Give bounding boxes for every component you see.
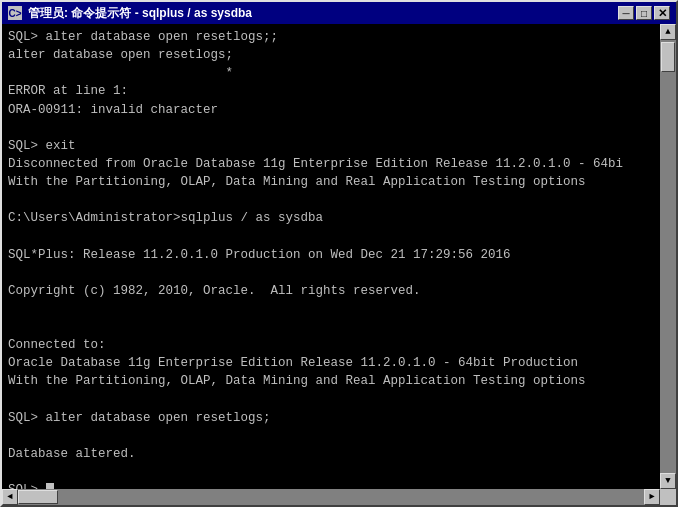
main-window: C> 管理员: 命令提示符 - sqlplus / as sysdba ─ □ …	[0, 0, 678, 507]
window-title: 管理员: 命令提示符 - sqlplus / as sysdba	[28, 5, 252, 22]
close-button[interactable]: ✕	[654, 6, 670, 20]
minimize-button[interactable]: ─	[618, 6, 634, 20]
content-area: SQL> alter database open resetlogs;; alt…	[2, 24, 676, 489]
scroll-up-button[interactable]: ▲	[660, 24, 676, 40]
scroll-down-button[interactable]: ▼	[660, 473, 676, 489]
vertical-scrollbar[interactable]: ▲ ▼	[660, 24, 676, 489]
horizontal-scroll-track[interactable]	[18, 489, 644, 505]
window-icon: C>	[8, 6, 22, 20]
cursor	[46, 483, 54, 489]
title-buttons: ─ □ ✕	[618, 6, 670, 20]
maximize-button[interactable]: □	[636, 6, 652, 20]
scroll-track[interactable]	[660, 40, 676, 473]
scroll-right-button[interactable]: ►	[644, 489, 660, 505]
horizontal-scrollbar[interactable]: ◄ ►	[2, 489, 660, 505]
scroll-thumb[interactable]	[661, 42, 675, 72]
terminal-content[interactable]: SQL> alter database open resetlogs;; alt…	[2, 24, 660, 489]
terminal-output: SQL> alter database open resetlogs;; alt…	[8, 28, 654, 489]
title-bar: C> 管理员: 命令提示符 - sqlplus / as sysdba ─ □ …	[2, 2, 676, 24]
scroll-left-button[interactable]: ◄	[2, 489, 18, 505]
bottom-bar: ◄ ►	[2, 489, 676, 505]
horizontal-scroll-thumb[interactable]	[18, 490, 58, 504]
scrollbar-corner	[660, 489, 676, 505]
title-bar-left: C> 管理员: 命令提示符 - sqlplus / as sysdba	[8, 5, 252, 22]
